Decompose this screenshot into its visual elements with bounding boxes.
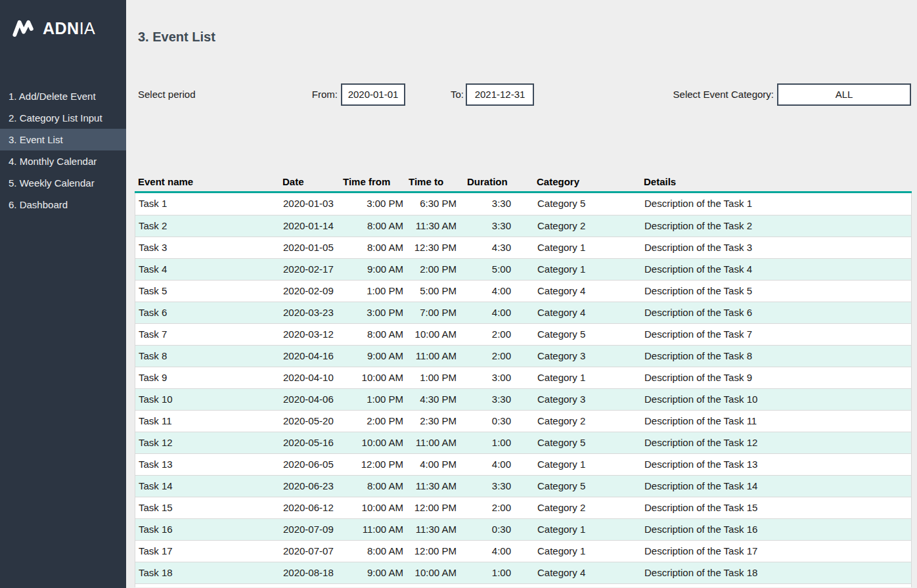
table-row: Task 82020-04-169:00 AM11:00 AM2:00Categ… bbox=[135, 345, 911, 367]
cell-time-from: 10:00 AM bbox=[340, 497, 405, 518]
cell-details: Description of the Task 13 bbox=[641, 454, 911, 475]
cell-time-from: 11:00 AM bbox=[340, 519, 405, 540]
brand-text: ADNIA bbox=[43, 19, 95, 38]
column-header-duration: Duration bbox=[459, 172, 512, 191]
cell-date: 2020-03-12 bbox=[283, 324, 340, 345]
cell-time-to: 10:00 AM bbox=[405, 562, 460, 583]
cell-time-to: 10:00 AM bbox=[405, 324, 460, 345]
cell-details: Description of the Task 1 bbox=[641, 193, 911, 215]
cell-category: Category 4 bbox=[512, 302, 641, 323]
table-row: Task 112020-05-202:00 PM2:30 PM0:30Categ… bbox=[135, 410, 911, 432]
cell-time-to: 11:30 AM bbox=[405, 476, 460, 497]
cell-time-to: 12:30 PM bbox=[405, 237, 460, 258]
table-row: Task 52020-02-091:00 PM5:00 PM4:00Catego… bbox=[135, 280, 911, 302]
from-date-input[interactable]: 2020-01-01 bbox=[341, 83, 405, 106]
cell-date: 2020-08-18 bbox=[283, 562, 340, 583]
filter-bar: Select period From: 2020-01-01 To: 2021-… bbox=[126, 83, 917, 106]
cell-time-to: 2:30 PM bbox=[405, 411, 460, 432]
cell-details: Description of the Task 3 bbox=[641, 237, 911, 258]
cell-details: Description of the Task 16 bbox=[641, 519, 911, 540]
cell-time-from: 8:00 AM bbox=[340, 541, 405, 562]
cell-time-from: 10:00 AM bbox=[340, 367, 405, 388]
cell-time-to: 4:30 PM bbox=[405, 389, 460, 410]
cell-category: Category 1 bbox=[512, 541, 641, 562]
cell-time-from: 1:00 PM bbox=[340, 389, 405, 410]
cell-time-to: 12:00 PM bbox=[405, 541, 460, 562]
cell-event-name: Task 4 bbox=[135, 259, 283, 280]
cell-duration: 4:00 bbox=[460, 541, 512, 562]
cell-duration: 1:00 bbox=[460, 432, 512, 453]
cell-date: 2020-05-20 bbox=[283, 411, 340, 432]
cell-category: Category 1 bbox=[512, 367, 641, 388]
cell-category: Category 4 bbox=[512, 281, 641, 302]
to-label: To: bbox=[441, 83, 464, 106]
cell-time-from: 8:00 AM bbox=[340, 215, 405, 237]
cell-category: Category 4 bbox=[512, 562, 641, 583]
cell-time-from: 3:00 PM bbox=[340, 193, 405, 215]
cell-category: Category 2 bbox=[512, 215, 641, 237]
cell-duration: 3:00 bbox=[460, 367, 512, 388]
cell-details: Description of the Task 17 bbox=[641, 541, 911, 562]
cell-details: Description of the Task 6 bbox=[641, 302, 911, 323]
cell-category: Category 1 bbox=[512, 259, 641, 280]
sidebar: ADNIA 1. Add/Delete Event 2. Category Li… bbox=[0, 0, 126, 588]
event-table-header: Event name Date Time from Time to Durati… bbox=[135, 172, 912, 193]
event-table: Event name Date Time from Time to Durati… bbox=[135, 172, 912, 587]
cell-event-name: Task 11 bbox=[135, 411, 283, 432]
sidebar-item-add-delete-event[interactable]: 1. Add/Delete Event bbox=[0, 85, 126, 107]
cell-category: Category 3 bbox=[512, 389, 641, 410]
sidebar-item-monthly-calendar[interactable]: 4. Monthly Calendar bbox=[0, 150, 126, 172]
cell-time-from: 8:00 AM bbox=[340, 237, 405, 258]
cell-time-to: 2:00 PM bbox=[405, 259, 460, 280]
sidebar-item-weekly-calendar[interactable]: 5. Weekly Calendar bbox=[0, 172, 126, 194]
cell-time-to: 11:30 AM bbox=[405, 215, 460, 237]
table-row: Task 92020-04-1010:00 AM1:00 PM3:00Categ… bbox=[135, 367, 911, 388]
cell-category: Category 2 bbox=[512, 411, 641, 432]
column-header-date: Date bbox=[282, 172, 340, 191]
cell-details: Description of the Task 5 bbox=[641, 281, 911, 302]
cell-date: 2020-04-06 bbox=[283, 389, 340, 410]
cell-event-name: Task 14 bbox=[135, 476, 283, 497]
cell-details: Description of the Task 4 bbox=[641, 259, 911, 280]
table-row: Task 172020-07-078:00 AM12:00 PM4:00Cate… bbox=[135, 540, 911, 562]
cell-date: 2020-03-23 bbox=[283, 302, 340, 323]
category-filter-input[interactable]: ALL bbox=[777, 83, 911, 106]
cell-duration: 4:00 bbox=[460, 454, 512, 475]
cell-time-to: 11:30 AM bbox=[405, 519, 460, 540]
cell-date: 2020-01-14 bbox=[283, 215, 340, 237]
sidebar-item-dashboard[interactable]: 6. Dashboard bbox=[0, 194, 126, 215]
main-content: 3. Event List Select period From: 2020-0… bbox=[126, 0, 917, 588]
app-window: ADNIA 1. Add/Delete Event 2. Category Li… bbox=[0, 0, 917, 588]
cell-time-from: 2:00 PM bbox=[340, 411, 405, 432]
cell-duration: 3:30 bbox=[460, 215, 512, 237]
cell-time-to: 12:00 PM bbox=[405, 497, 460, 518]
to-date-input[interactable]: 2021-12-31 bbox=[466, 83, 534, 106]
cell-duration: 4:00 bbox=[460, 281, 512, 302]
cell-category: Category 5 bbox=[512, 324, 641, 345]
cell-event-name: Task 7 bbox=[135, 324, 283, 345]
category-filter-label: Select Event Category: bbox=[586, 83, 774, 106]
column-header-event-name: Event name bbox=[135, 172, 282, 191]
cell-category: Category 5 bbox=[512, 432, 641, 453]
cell-details: Description of the Task 12 bbox=[641, 432, 911, 453]
cell-date: 2020-01-03 bbox=[283, 193, 340, 215]
select-period-label: Select period bbox=[138, 83, 196, 106]
cell-date: 2020-06-12 bbox=[283, 497, 340, 518]
brand-text-light: IA bbox=[79, 19, 96, 37]
cell-time-from: 8:00 AM bbox=[340, 324, 405, 345]
cell-time-from: 3:00 PM bbox=[340, 302, 405, 323]
event-table-body: Task 12020-01-033:00 PM6:30 PM3:30Catego… bbox=[135, 193, 912, 587]
cell-event-name: Task 8 bbox=[135, 346, 283, 367]
cell-details: Description of the Task 11 bbox=[641, 411, 911, 432]
cell-category: Category 1 bbox=[512, 454, 641, 475]
logo: ADNIA bbox=[11, 17, 95, 39]
sidebar-item-event-list[interactable]: 3. Event List bbox=[0, 129, 126, 150]
sidebar-item-category-list-input[interactable]: 2. Category List Input bbox=[0, 107, 126, 129]
cell-event-name: Task 3 bbox=[135, 237, 283, 258]
cell-time-to: 6:30 PM bbox=[405, 193, 460, 215]
column-header-category: Category bbox=[512, 172, 640, 191]
cell-time-from: 9:00 AM bbox=[340, 346, 405, 367]
cell-time-from: 1:00 PM bbox=[340, 281, 405, 302]
cell-date: 2020-05-16 bbox=[283, 432, 340, 453]
cell-event-name: Task 9 bbox=[135, 367, 283, 388]
